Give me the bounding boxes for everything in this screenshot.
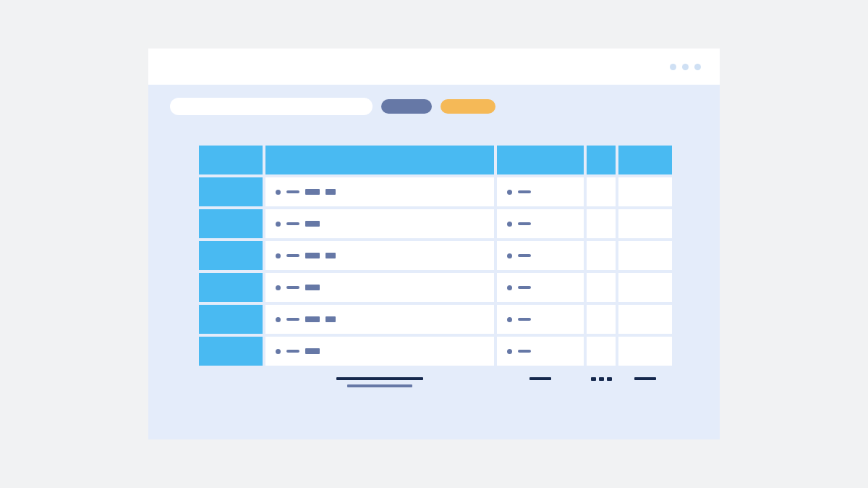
search-input[interactable] (170, 98, 373, 115)
row-cell (265, 337, 494, 366)
row-cell (265, 241, 494, 270)
bullet-icon (276, 349, 281, 354)
row-cell (587, 305, 616, 334)
table-header-cell (265, 146, 494, 174)
footer-cell (587, 373, 616, 387)
window-control-dot[interactable] (682, 64, 689, 70)
table-footer (199, 373, 676, 387)
text-placeholder (518, 318, 531, 321)
row-side-cell (199, 177, 263, 206)
row-cell (265, 273, 494, 302)
row-cell (497, 209, 584, 238)
text-placeholder (305, 221, 320, 227)
row-cell (265, 209, 494, 238)
bullet-icon (276, 190, 281, 195)
text-placeholder (518, 350, 531, 353)
row-cell (587, 209, 616, 238)
secondary-button[interactable] (441, 99, 495, 114)
footer-cell (497, 373, 584, 387)
row-cell (265, 177, 494, 206)
titlebar (148, 49, 720, 85)
bullet-icon (276, 222, 281, 227)
bullet-icon (276, 253, 281, 258)
table-row[interactable] (199, 305, 676, 334)
data-table (199, 146, 676, 369)
table-row[interactable] (199, 209, 676, 238)
text-placeholder (518, 190, 531, 193)
row-cell (497, 273, 584, 302)
table-header-row (199, 146, 676, 174)
row-cell (618, 273, 672, 302)
window-control-dot[interactable] (694, 64, 701, 70)
text-placeholder (286, 286, 299, 289)
table-row[interactable] (199, 241, 676, 270)
bullet-icon (276, 285, 281, 290)
table-header-cell (497, 146, 584, 174)
row-cell (618, 241, 672, 270)
text-placeholder (305, 285, 320, 290)
text-placeholder (286, 222, 299, 225)
row-cell (618, 305, 672, 334)
row-cell (497, 305, 584, 334)
row-side-cell (199, 241, 263, 270)
row-cell (587, 337, 616, 366)
row-side-cell (199, 273, 263, 302)
footer-line (347, 384, 412, 387)
row-cell (618, 177, 672, 206)
primary-button[interactable] (381, 99, 432, 114)
text-placeholder (286, 350, 299, 353)
row-cell (587, 273, 616, 302)
text-placeholder (286, 254, 299, 257)
bullet-icon (507, 349, 512, 354)
text-placeholder (518, 286, 531, 289)
window-control-dot[interactable] (670, 64, 676, 70)
row-cell (618, 209, 672, 238)
bullet-icon (507, 222, 512, 227)
app-window (148, 49, 720, 439)
table-row[interactable] (199, 177, 676, 206)
text-placeholder (305, 316, 320, 322)
table-row[interactable] (199, 273, 676, 302)
bullet-icon (507, 317, 512, 322)
row-cell (497, 241, 584, 270)
row-cell (587, 177, 616, 206)
row-cell (587, 241, 616, 270)
row-side-cell (199, 305, 263, 334)
row-cell (497, 337, 584, 366)
footer-cell (618, 373, 672, 387)
text-placeholder (286, 190, 299, 193)
text-placeholder (305, 253, 320, 258)
table-header-cell (587, 146, 616, 174)
footer-line (634, 377, 656, 380)
text-placeholder (518, 254, 531, 257)
row-cell (497, 177, 584, 206)
bullet-icon (276, 317, 281, 322)
text-placeholder (286, 318, 299, 321)
text-placeholder (326, 253, 336, 258)
text-placeholder (326, 189, 336, 195)
footer-cell (199, 373, 263, 387)
row-side-cell (199, 337, 263, 366)
text-placeholder (305, 348, 320, 354)
table-header-cell (199, 146, 263, 174)
table-row[interactable] (199, 337, 676, 366)
bullet-icon (507, 253, 512, 258)
bullet-icon (507, 285, 512, 290)
footer-line (529, 377, 551, 380)
row-cell (618, 337, 672, 366)
text-placeholder (518, 222, 531, 225)
text-placeholder (305, 189, 320, 195)
footer-line (336, 377, 423, 380)
toolbar (148, 85, 720, 128)
table-header-cell (618, 146, 672, 174)
footer-cell (265, 373, 494, 387)
footer-dots (591, 377, 612, 381)
row-cell (265, 305, 494, 334)
bullet-icon (507, 190, 512, 195)
row-side-cell (199, 209, 263, 238)
text-placeholder (326, 316, 336, 322)
